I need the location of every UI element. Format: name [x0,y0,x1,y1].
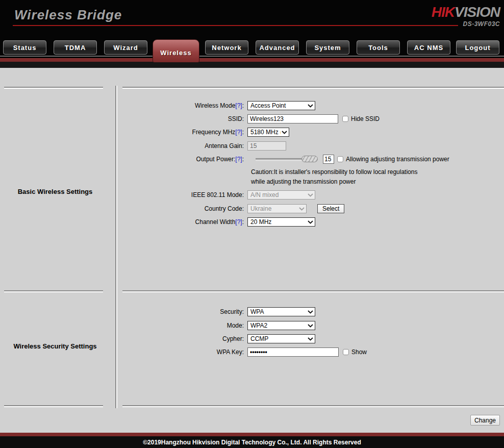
wireless-mode-help-link[interactable]: [?] [235,102,242,109]
device-model: DS-3WF03C [463,20,500,28]
section-title-security: Wireless Security Settings [4,342,106,350]
sidebar-divider-top [4,87,103,89]
vertical-divider [115,86,117,408]
label-colon: : [242,218,244,226]
cypher-select[interactable]: CCMP [247,334,315,343]
wireless-mode-label: Wireless Mode[?]: [122,102,247,109]
country-code-label: Country Code: [122,205,247,212]
channel-width-value: 20 MHz [250,218,307,226]
row-ssid: SSID: Hide SSID [122,114,504,124]
tab-status[interactable]: Status [3,40,46,55]
nav-underline [0,56,504,57]
wpa-mode-value: WPA2 [250,322,307,329]
main-divider-bottom [122,405,504,407]
country-select-button[interactable]: Select [317,204,344,213]
tab-wizard[interactable]: Wizard [104,40,147,55]
footer: ©2019Hangzhou Hikvision Digital Technolo… [0,436,504,448]
wireless-mode-value: Access Point [250,102,307,109]
output-power-input[interactable] [323,155,334,164]
hide-ssid-label: Hide SSID [351,115,380,122]
content-area: Basic Wireless Settings Wireless Securit… [0,68,504,433]
output-power-label: Output Power:[?]: [122,156,247,163]
row-ieee-mode: IEEE 802.11 Mode: A/N mixed [122,190,504,200]
label-text: Output Power: [196,156,236,163]
row-frequency: Frequency MHz[?]: 5180 MHz ( [122,127,504,137]
frequency-label: Frequency MHz[?]: [122,129,247,136]
chevron-down-icon [308,220,313,224]
channel-width-label: Channel Width[?]: [122,218,247,226]
label-text: Wireless Mode [195,102,235,109]
row-antenna-gain: Antenna Gain: [122,141,504,151]
nav-black-strip [0,62,504,68]
channel-width-help-link[interactable]: [?] [235,218,242,226]
output-power-slider[interactable] [256,158,317,161]
wpa-mode-label: Mode: [122,322,247,329]
wireless-bridge-page: Wireless Bridge HIKVISION DS-3WF03C Stat… [0,0,504,448]
main-nav: Status TDMA Wizard Wireless Network Adva… [0,32,504,68]
frequency-help-link[interactable]: [?] [235,129,242,136]
tab-network[interactable]: Network [205,40,248,55]
footer-red-bar [0,433,504,436]
main-divider-top [122,87,504,89]
label-colon: : [242,102,244,109]
row-cypher: Cypher: CCMP [122,334,504,344]
hide-ssid-checkbox[interactable] [342,116,348,122]
ssid-label: SSID: [122,115,247,122]
frequency-select[interactable]: 5180 MHz ( [247,128,289,137]
caution-text-line2: while adjusting the transmission power [251,178,356,185]
security-label: Security: [122,308,247,315]
show-key-checkbox[interactable] [343,349,349,355]
wpa-key-label: WPA Key: [122,349,247,356]
tab-ac-nms[interactable]: AC NMS [407,40,450,55]
ieee-mode-select: A/N mixed [247,190,315,200]
section-title-basic: Basic Wireless Settings [4,188,106,195]
chevron-down-icon [282,131,287,134]
page-title: Wireless Bridge [14,7,122,23]
copyright-text: ©2019Hangzhou Hikvision Digital Technolo… [143,439,361,446]
show-key-label: Show [351,349,367,356]
row-country-code: Country Code: Ukraine Select [122,204,504,214]
antenna-gain-label: Antenna Gain: [122,142,247,150]
tab-wireless-active[interactable]: Wireless [153,39,199,62]
allow-adjust-checkbox[interactable] [337,156,343,162]
channel-width-select[interactable]: 20 MHz [247,217,315,227]
label-colon: : [242,129,244,136]
security-select[interactable]: WPA [247,307,315,316]
ieee-mode-value: A/N mixed [250,191,307,198]
wpa-key-input[interactable] [247,347,339,357]
country-code-select: Ukraine [247,204,307,213]
logo-hik: HIK [432,4,455,20]
tab-tdma[interactable]: TDMA [54,40,97,55]
chevron-down-icon [308,337,313,341]
tab-advanced[interactable]: Advanced [256,40,299,55]
chevron-down-icon [299,207,305,211]
label-text: Frequency MHz [192,129,236,136]
tab-tools[interactable]: Tools [357,40,400,55]
allow-adjust-label: Allowing adjusting transmission power [346,156,449,163]
wpa-mode-select[interactable]: WPA2 [247,321,315,330]
output-power-slider-handle[interactable] [301,156,318,162]
row-wireless-mode: Wireless Mode[?]: Access Point [122,101,504,111]
hikvision-logo: HIKVISION [432,4,500,20]
antenna-gain-input [247,141,286,151]
security-value: WPA [250,308,307,315]
chevron-down-icon [308,104,313,108]
sidebar-divider-middle [4,290,103,292]
caution-text-line1: Caution:It is installer's responsibility… [251,168,417,176]
nav-red-bar [0,58,504,62]
cypher-value: CCMP [250,335,307,342]
sidebar-divider-bottom [4,405,103,407]
header: Wireless Bridge HIKVISION DS-3WF03C [0,0,504,32]
row-output-power: Output Power:[?]: Allowing adjusting tra… [122,154,504,164]
chevron-down-icon [308,324,313,328]
logout-button[interactable]: Logout [456,40,499,55]
tab-system[interactable]: System [306,40,349,55]
row-wpa-mode: Mode: WPA2 [122,320,504,331]
wireless-mode-select[interactable]: Access Point [247,101,315,110]
ssid-input[interactable] [247,114,338,123]
change-button[interactable]: Change [470,415,500,426]
output-power-help-link[interactable]: [?] [235,156,242,163]
row-security: Security: WPA [122,307,504,317]
label-text: Channel Width [195,218,236,226]
row-channel-width: Channel Width[?]: 20 MHz [122,217,504,227]
